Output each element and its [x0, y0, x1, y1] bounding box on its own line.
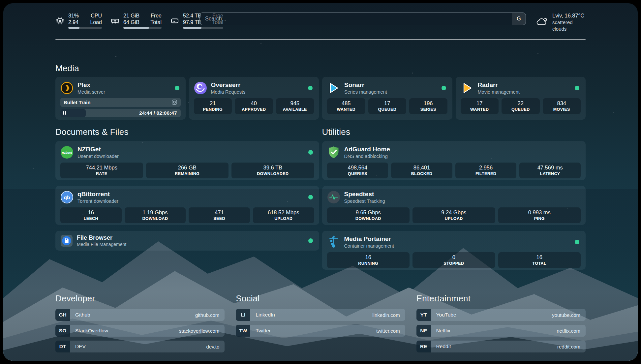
stat-remaining: 266 GB REMAINING [146, 163, 229, 178]
speedtest-icon [327, 191, 340, 204]
weather-condition: scattered clouds [552, 19, 586, 32]
resource-widgets: 31% 2.94 CPU Load [55, 13, 223, 29]
card-name: Media Portainer [344, 235, 571, 243]
service-card-speedtest[interactable]: Speedtest Speedtest Tracking 9.65 Gbps D… [322, 186, 586, 225]
cpu-load-value: 2.94 [68, 19, 79, 26]
memory-widget: 21 GiB 64 GiB Free Total [110, 13, 162, 29]
stat-filtered: 2,956 FILTERED [455, 163, 517, 178]
status-dot [175, 86, 179, 90]
bookmark-group-title: Entertainment [416, 293, 586, 304]
stat-blocked: 86,401 BLOCKED [391, 163, 452, 178]
status-dot [575, 86, 579, 90]
bookmark-name: Twitter [256, 328, 373, 334]
status-dot [442, 86, 446, 90]
bookmark-abbr: TW [236, 325, 250, 337]
bookmark-url: stackoverflow.com [179, 328, 220, 334]
bookmark-url: youtube.com [552, 312, 580, 318]
bookmark-abbr: YT [416, 309, 431, 321]
stat-download: 1.19 Gbps DOWNLOAD [125, 207, 186, 223]
search-input[interactable] [200, 13, 512, 25]
filebrowser-icon [60, 234, 73, 247]
stat-available: 945 AVAILABLE [276, 98, 314, 114]
stat-series: 196 SERIES [409, 98, 447, 114]
bookmark-name: YouTube [436, 312, 549, 318]
status-dot [308, 86, 313, 90]
stat-approved: 40 APPROVED [235, 98, 273, 114]
disk-total-value: 97.9 TB [183, 19, 201, 26]
bookmark-group-developer: Developer GH Github github.com SO StackO… [55, 293, 225, 356]
stat-queued: 17 QUEUED [368, 98, 407, 114]
bookmark-abbr: SO [55, 325, 70, 337]
service-card-overseerr[interactable]: Overseerr Media Requests 21 PENDING 40 A… [189, 77, 319, 120]
card-subtitle: Series management [344, 89, 438, 95]
playback-progress: 24:44 / 02:06:47 [60, 109, 181, 117]
weather-location-temp: Lviv, 16.87°C [552, 12, 586, 19]
overseerr-icon [194, 81, 207, 95]
stat-latency: 47.569 ms LATENCY [519, 163, 581, 178]
card-name: qBittorrent [77, 190, 304, 198]
bookmark-url: dev.to [206, 344, 220, 349]
bookmark-stackoverflow[interactable]: SO StackOverflow stackoverflow.com [55, 325, 225, 337]
weather-widget: Lviv, 16.87°C scattered clouds [536, 12, 586, 32]
memory-free-label: Free [150, 13, 162, 19]
bookmark-group-title: Developer [55, 293, 225, 304]
card-name: Radarr [478, 81, 571, 89]
stat-running: 16 RUNNING [327, 252, 410, 268]
status-dot [308, 238, 313, 243]
memory-total-value: 64 GiB [123, 19, 139, 26]
disk-progress-bar [183, 27, 223, 29]
service-card-adguard[interactable]: AdGuard Home DNS and adblocking 498,564 … [322, 141, 586, 180]
service-card-portainer[interactable]: Media Portainer Container management 16 … [322, 231, 586, 270]
service-card-qbittorrent[interactable]: qb qBittorrent Torrent downloader 16 LEE… [55, 186, 319, 225]
radarr-icon [461, 81, 474, 95]
stat-pending: 21 PENDING [194, 98, 232, 114]
service-card-filebrowser[interactable]: File Browser Media File Management [55, 231, 319, 251]
bookmark-twitter[interactable]: TW Twitter twitter.com [236, 325, 405, 337]
service-card-radarr[interactable]: Radarr Movie management 17 WANTED 22 QUE… [456, 77, 586, 120]
load-label: Load [90, 19, 102, 26]
cpu-percent: 31% [68, 13, 79, 19]
header-divider [55, 39, 586, 40]
bookmark-youtube[interactable]: YT YouTube youtube.com [416, 309, 586, 321]
bookmark-github[interactable]: GH Github github.com [55, 309, 225, 321]
card-subtitle: Movie management [478, 89, 571, 95]
section-title-documents: Documents & Files [55, 127, 319, 137]
portainer-icon [327, 235, 340, 249]
bookmark-group-social: Social LI LinkedIn linkedin.com TW Twitt… [236, 293, 405, 356]
bookmark-name: Github [75, 312, 192, 318]
stat-rate: 744.21 Mbps RATE [60, 163, 143, 178]
status-dot [308, 150, 313, 155]
bookmark-dev[interactable]: DT DEV dev.to [55, 341, 225, 352]
stat-download: 9.65 Gbps DOWNLOAD [327, 207, 410, 223]
search-provider-button[interactable]: G [512, 13, 526, 25]
bookmark-abbr: GH [55, 309, 70, 321]
stat-movies: 834 MOVIES [543, 98, 581, 114]
bookmark-url: linkedin.com [372, 312, 400, 318]
card-subtitle: Media Requests [211, 89, 304, 95]
stat-total: 16 TOTAL [498, 252, 581, 268]
service-card-sonarr[interactable]: Sonarr Series management 485 WANTED 17 Q… [322, 77, 452, 120]
bookmark-group-entertainment: Entertainment YT YouTube youtube.com NF … [416, 293, 586, 356]
section-media: Media Plex Medi [55, 63, 586, 120]
plex-icon [60, 81, 74, 95]
card-subtitle: Usenet downloader [77, 153, 304, 159]
bookmark-netflix[interactable]: NF Netflix netflix.com [416, 325, 586, 337]
disk-free-value: 52.4 TB [183, 13, 201, 19]
bookmark-linkedin[interactable]: LI LinkedIn linkedin.com [236, 309, 405, 321]
cpu-widget: 31% 2.94 CPU Load [55, 13, 102, 29]
service-card-plex[interactable]: Plex Media server Bullet Train [55, 77, 186, 120]
bookmark-abbr: RE [416, 341, 431, 352]
stat-upload: 618.52 Mbps UPLOAD [253, 207, 314, 223]
card-name: Plex [77, 81, 171, 89]
stat-leech: 16 LEECH [60, 207, 122, 223]
bookmark-name: StackOverflow [75, 328, 176, 334]
now-playing-title: Bullet Train [64, 100, 171, 105]
section-title-media: Media [55, 63, 586, 74]
cloud-icon [536, 16, 548, 28]
playback-time: 24:44 / 02:06:47 [139, 110, 181, 116]
stat-ping: 0.993 ms PING [498, 207, 581, 223]
bookmark-reddit[interactable]: RE Reddit reddit.com [416, 341, 586, 352]
service-card-nzbget[interactable]: nzbget NZBGet Usenet downloader 744.21 M… [55, 141, 319, 180]
bookmark-group-title: Social [236, 293, 405, 304]
card-subtitle: DNS and adblocking [344, 153, 581, 159]
